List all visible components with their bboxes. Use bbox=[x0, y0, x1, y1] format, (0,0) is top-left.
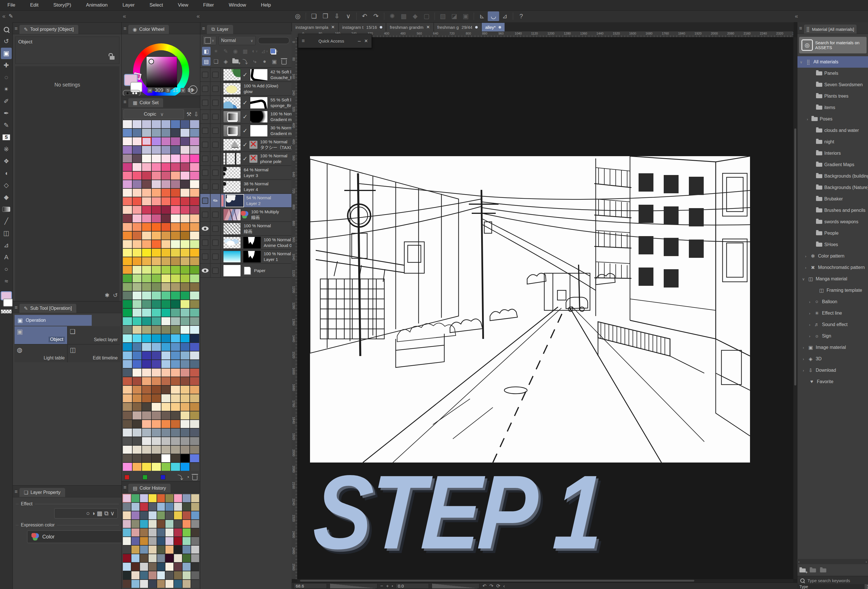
layer-mask-thumbnail[interactable] bbox=[243, 251, 261, 263]
color-swatch[interactable] bbox=[171, 197, 180, 205]
material-item-brushes-and-pencils[interactable]: Brushes and pencils bbox=[797, 205, 868, 216]
material-item-shoes[interactable]: SHoes bbox=[797, 239, 868, 250]
history-swatch[interactable] bbox=[174, 571, 182, 579]
save-file-icon[interactable]: ⇩ bbox=[331, 12, 342, 21]
airbrush-tool[interactable]: ※ bbox=[1, 144, 12, 155]
color-swatch[interactable] bbox=[171, 257, 180, 265]
close-tab-icon[interactable]: ✕ bbox=[331, 25, 335, 30]
color-swatch[interactable] bbox=[123, 129, 132, 137]
history-swatch[interactable] bbox=[191, 520, 199, 528]
color-swatch[interactable] bbox=[152, 309, 161, 317]
snap-grid-icon[interactable]: ⊿ bbox=[499, 12, 511, 21]
color-swatch[interactable] bbox=[180, 394, 190, 402]
history-swatch[interactable] bbox=[183, 537, 190, 545]
color-swatch[interactable] bbox=[161, 214, 171, 222]
history-swatch[interactable] bbox=[123, 554, 131, 562]
color-swatch[interactable] bbox=[161, 394, 171, 402]
history-swatch[interactable] bbox=[165, 537, 173, 545]
close-tab-icon[interactable]: ✕ bbox=[426, 25, 430, 30]
effect-chevron-icon[interactable]: ∨ bbox=[110, 510, 115, 517]
layer-edit-cell[interactable]: ✎ bbox=[211, 194, 221, 207]
layer-edit-cell[interactable] bbox=[211, 236, 221, 249]
color-swatch[interactable] bbox=[171, 309, 180, 317]
color-swatch[interactable] bbox=[171, 180, 180, 188]
subtool-object[interactable]: ▣Object bbox=[15, 326, 67, 344]
color-swatch[interactable] bbox=[190, 163, 199, 171]
fill-tool[interactable]: ◆ bbox=[1, 191, 12, 203]
color-swatch[interactable] bbox=[142, 129, 151, 137]
material-item-sound-effect[interactable]: ›♬Sound effect bbox=[797, 319, 868, 330]
color-swatch[interactable] bbox=[180, 411, 190, 420]
color-swatch[interactable] bbox=[161, 231, 171, 240]
history-swatch[interactable] bbox=[123, 503, 131, 511]
color-swatch[interactable] bbox=[133, 189, 142, 197]
history-swatch[interactable] bbox=[123, 571, 131, 579]
edit-checkbox[interactable] bbox=[212, 72, 218, 78]
color-swatch[interactable] bbox=[133, 360, 142, 368]
delete-color-icon[interactable] bbox=[192, 476, 198, 480]
color-swatch[interactable] bbox=[180, 120, 190, 128]
history-swatch[interactable] bbox=[149, 494, 156, 502]
color-swatch[interactable] bbox=[152, 403, 161, 411]
color-swatch[interactable] bbox=[123, 292, 132, 299]
material-item-people[interactable]: People bbox=[797, 228, 868, 239]
history-swatch[interactable] bbox=[157, 580, 165, 588]
history-swatch[interactable] bbox=[131, 529, 139, 536]
color-swatch[interactable] bbox=[180, 317, 190, 325]
history-swatch[interactable] bbox=[157, 503, 165, 511]
red-swatch[interactable] bbox=[125, 475, 130, 480]
history-swatch[interactable] bbox=[183, 546, 190, 554]
correct-line-tool[interactable]: ≈ bbox=[1, 275, 12, 287]
layer-visibility-cell[interactable] bbox=[200, 138, 211, 151]
history-swatch[interactable] bbox=[123, 520, 131, 528]
color-swatch[interactable] bbox=[161, 274, 171, 282]
color-swatch[interactable] bbox=[171, 249, 180, 257]
color-swatch[interactable] bbox=[142, 197, 151, 205]
edit-checkbox[interactable] bbox=[212, 240, 218, 246]
color-swatch[interactable] bbox=[123, 317, 132, 325]
color-swatch[interactable] bbox=[123, 411, 132, 420]
new-file-icon[interactable]: ❏ bbox=[308, 12, 320, 21]
layer-color-icon[interactable]: ⧉ bbox=[104, 510, 109, 517]
color-swatch[interactable] bbox=[133, 352, 142, 359]
snap-ruler-icon[interactable]: ⊾ bbox=[476, 12, 488, 21]
color-swatch[interactable] bbox=[180, 454, 190, 462]
layer-mask-thumbnail[interactable] bbox=[250, 125, 268, 137]
visibility-checkbox[interactable] bbox=[202, 212, 208, 218]
color-swatch[interactable] bbox=[180, 446, 190, 454]
color-swatch[interactable] bbox=[171, 274, 180, 282]
pen-tool[interactable]: ✒ bbox=[1, 107, 12, 119]
color-swatch[interactable] bbox=[180, 223, 190, 231]
color-swatch[interactable] bbox=[180, 300, 190, 308]
color-swatch[interactable] bbox=[142, 249, 151, 257]
layer-edit-cell[interactable] bbox=[211, 264, 221, 277]
color-swatch[interactable] bbox=[123, 146, 132, 154]
panel-menu-icon[interactable]: ≡ bbox=[15, 489, 18, 495]
color-swatch[interactable] bbox=[190, 368, 199, 377]
color-swatch[interactable] bbox=[152, 368, 161, 377]
color-swatch[interactable] bbox=[152, 172, 161, 180]
color-swatch[interactable] bbox=[123, 377, 132, 385]
draft-layer-icon[interactable]: ✎ bbox=[221, 47, 230, 55]
color-swatch[interactable] bbox=[133, 137, 142, 145]
color-swatch[interactable] bbox=[142, 120, 151, 128]
color-swatch[interactable] bbox=[161, 403, 171, 411]
history-swatch[interactable] bbox=[140, 503, 148, 511]
scroll-right-icon[interactable]: › bbox=[866, 560, 867, 564]
color-swatch[interactable] bbox=[190, 300, 199, 308]
color-swatch[interactable] bbox=[123, 386, 132, 394]
history-swatch[interactable] bbox=[191, 546, 199, 554]
color-swatch[interactable] bbox=[171, 129, 180, 137]
layer-edit-cell[interactable] bbox=[211, 208, 221, 221]
color-swatch[interactable] bbox=[161, 446, 171, 454]
history-swatch[interactable] bbox=[165, 546, 173, 554]
color-swatch[interactable] bbox=[123, 446, 132, 454]
color-swatch[interactable] bbox=[123, 120, 132, 128]
color-swatch[interactable] bbox=[152, 283, 161, 291]
color-swatch[interactable] bbox=[171, 334, 180, 342]
color-swatch[interactable] bbox=[152, 352, 161, 359]
color-swatch[interactable] bbox=[190, 240, 199, 248]
material-item-manga-material[interactable]: ∨◫Manga material bbox=[797, 273, 868, 285]
layer-thumbnail[interactable] bbox=[223, 153, 241, 165]
edit-checkbox[interactable] bbox=[212, 156, 218, 162]
